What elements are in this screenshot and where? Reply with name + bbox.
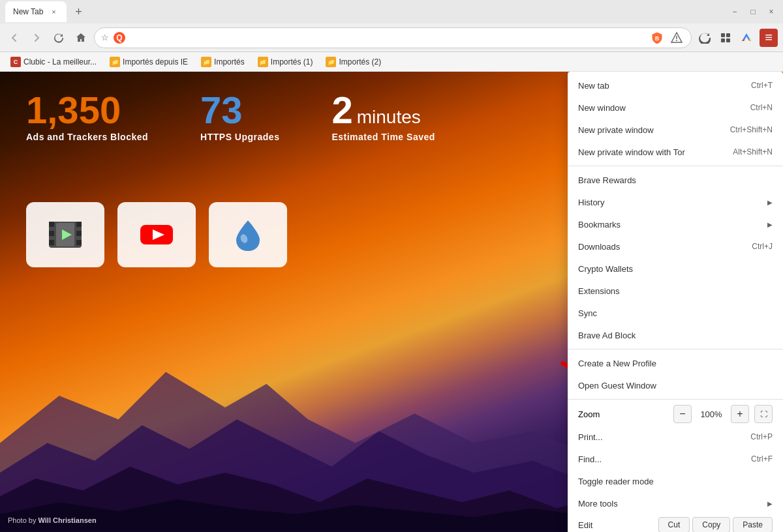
svg-rect-8 <box>721 38 725 42</box>
bookmark-label-importes1: Importés (1) <box>271 57 313 66</box>
menu-item-label-more-tools: More tools <box>578 499 767 509</box>
shortcut-item-0[interactable] <box>26 202 104 267</box>
stat-label-https: HTTPS Upgrades <box>200 132 279 142</box>
menu-item-bookmarks[interactable]: Bookmarks ▶ <box>568 213 783 235</box>
paste-button[interactable]: Paste <box>733 517 773 532</box>
menu-item-new-private-tor[interactable]: New private window with Tor Alt+Shift+N <box>568 141 783 163</box>
stat-unit-time: minutes <box>357 107 421 127</box>
zoom-fullscreen-button[interactable]: ⛶ <box>754 405 773 423</box>
menu-item-brave-rewards[interactable]: Brave Rewards <box>568 169 783 191</box>
window-controls: − □ × <box>728 5 778 18</box>
divider-1 <box>568 166 783 166</box>
page-content: 1,350 Ads and Trackers Blocked 73 HTTPS … <box>0 72 783 532</box>
back-button[interactable] <box>5 29 23 47</box>
photo-credit-prefix: Photo by <box>8 516 36 524</box>
bookmark-label-importes2: Importés (2) <box>339 57 381 66</box>
minimize-button[interactable]: − <box>728 5 741 18</box>
menu-item-label-toggle-reader: Toggle reader mode <box>578 477 773 486</box>
copy-button[interactable]: Copy <box>692 517 730 532</box>
forward-button[interactable] <box>27 29 46 47</box>
zoom-plus-button[interactable]: + <box>731 405 749 423</box>
bookmark-favicon-importes2: 📁 <box>326 57 336 67</box>
bookmark-label-importes: Importés <box>214 57 245 66</box>
zoom-minus-button[interactable]: − <box>673 405 692 423</box>
zoom-label: Zoom <box>578 409 668 419</box>
menu-item-label-downloads: Downloads <box>578 242 739 252</box>
toolbar-icons <box>696 29 756 47</box>
menu-item-shortcut-find: Ctrl+F <box>751 454 773 464</box>
stat-number-ads: 1,350 <box>26 91 148 129</box>
close-window-button[interactable]: × <box>765 5 778 18</box>
menu-item-label-crypto-wallets: Crypto Wallets <box>578 264 773 274</box>
main-menu-button[interactable]: ≡ <box>760 29 778 47</box>
bookmarks-arrow-icon: ▶ <box>767 221 773 228</box>
menu-item-history[interactable]: History ▶ <box>568 191 783 213</box>
svg-rect-7 <box>726 33 730 37</box>
bookmark-item-clubic[interactable]: C Clubic - La meilleur... <box>5 55 102 69</box>
shortcut-item-2[interactable] <box>209 202 287 267</box>
menu-item-brave-ad-block[interactable]: Brave Ad Block <box>568 324 783 346</box>
svg-rect-6 <box>721 33 725 37</box>
title-bar: New Tab × + − □ × <box>0 0 783 23</box>
more-tools-arrow-icon: ▶ <box>767 500 773 507</box>
tab-close-button[interactable]: × <box>48 7 59 17</box>
menu-item-shortcut-new-window: Ctrl+N <box>750 103 773 112</box>
active-tab[interactable]: New Tab × <box>5 1 67 22</box>
stat-time: 2minutes Estimated Time Saved <box>331 91 435 142</box>
menu-item-new-window[interactable]: New window Ctrl+N <box>568 96 783 119</box>
menu-item-extensions[interactable]: Extensions <box>568 280 783 302</box>
divider-3 <box>568 399 783 400</box>
maximize-button[interactable]: □ <box>746 5 760 18</box>
address-bookmark-icon[interactable]: ☆ <box>101 33 109 42</box>
dropdown-menu: New tab Ctrl+T New window Ctrl+N New pri… <box>568 72 783 532</box>
bookmark-item-importes[interactable]: 📁 Importés <box>196 55 250 69</box>
brave-shield-icon[interactable]: B <box>649 30 665 46</box>
menu-item-label-new-tab: New tab <box>578 81 738 91</box>
menu-item-sync[interactable]: Sync <box>568 302 783 324</box>
bookmark-favicon-importes1: 📁 <box>258 57 268 67</box>
google-drive-icon[interactable] <box>737 29 756 47</box>
new-tab-button[interactable]: + <box>69 3 87 21</box>
svg-text:B: B <box>655 35 660 42</box>
bookmarks-bar: C Clubic - La meilleur... 📁 Importés dep… <box>0 52 783 72</box>
menu-item-more-tools[interactable]: More tools ▶ <box>568 492 783 514</box>
edit-row: Edit Cut Copy Paste <box>568 514 783 532</box>
menu-item-new-tab[interactable]: New tab Ctrl+T <box>568 74 783 96</box>
svg-rect-9 <box>726 38 730 42</box>
svg-rect-21 <box>76 222 82 227</box>
sync-icon[interactable] <box>696 29 714 47</box>
address-bar: ☆ Q B <box>94 27 692 48</box>
toolbar: ☆ Q B <box>0 23 783 52</box>
stat-number-https: 73 <box>200 91 279 129</box>
water-icon <box>228 215 268 254</box>
menu-item-toggle-reader[interactable]: Toggle reader mode <box>568 470 783 492</box>
shortcuts-container <box>26 202 287 267</box>
menu-item-crypto-wallets[interactable]: Crypto Wallets <box>568 258 783 280</box>
home-button[interactable] <box>72 29 90 47</box>
film-icon <box>46 215 85 254</box>
reload-button[interactable] <box>50 29 68 47</box>
stat-label-time: Estimated Time Saved <box>331 132 435 142</box>
menu-item-shortcut-print: Ctrl+P <box>750 432 773 441</box>
svg-rect-22 <box>76 231 82 236</box>
shortcut-item-1[interactable] <box>117 202 196 267</box>
address-input[interactable] <box>130 33 645 42</box>
menu-item-find[interactable]: Find... Ctrl+F <box>568 448 783 470</box>
menu-item-downloads[interactable]: Downloads Ctrl+J <box>568 235 783 258</box>
extensions-icon[interactable] <box>716 29 735 47</box>
menu-item-guest-window[interactable]: Open Guest Window <box>568 374 783 396</box>
stat-https: 73 HTTPS Upgrades <box>200 91 279 142</box>
menu-item-new-private-window[interactable]: New private window Ctrl+Shift+N <box>568 119 783 141</box>
history-arrow-icon: ▶ <box>767 199 773 206</box>
menu-item-print[interactable]: Print... Ctrl+P <box>568 426 783 448</box>
stat-ads: 1,350 Ads and Trackers Blocked <box>26 91 148 142</box>
menu-item-create-profile[interactable]: Create a New Profile <box>568 352 783 374</box>
bookmark-item-ie[interactable]: 📁 Importés depuis IE <box>104 55 193 69</box>
brave-rewards-icon[interactable] <box>669 30 684 46</box>
bookmark-item-importes1[interactable]: 📁 Importés (1) <box>253 55 318 69</box>
menu-item-shortcut-downloads: Ctrl+J <box>752 242 773 251</box>
cut-button[interactable]: Cut <box>658 517 690 532</box>
bookmark-favicon-importes: 📁 <box>201 57 211 67</box>
stat-label-ads: Ads and Trackers Blocked <box>26 132 148 142</box>
bookmark-item-importes2[interactable]: 📁 Importés (2) <box>320 55 386 69</box>
